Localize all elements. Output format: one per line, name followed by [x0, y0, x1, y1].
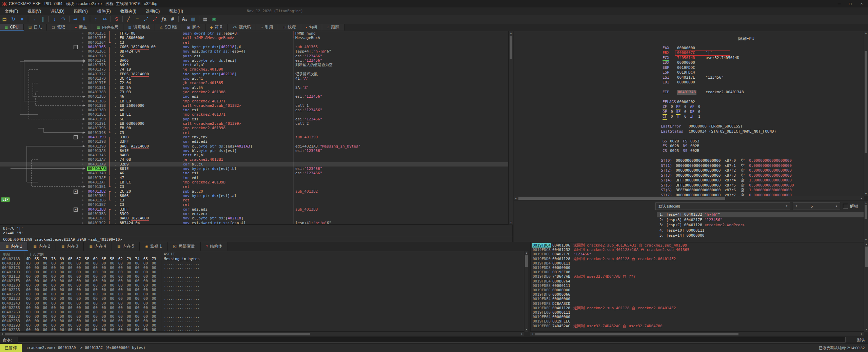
- calculator-icon[interactable]: ▦: [201, 15, 210, 23]
- command-type-selector[interactable]: 默认: [857, 337, 865, 343]
- seh-chain-icon[interactable]: S: [112, 15, 121, 23]
- bottom-tab-监视 1[interactable]: ◉监视 1: [140, 242, 167, 251]
- disassembly-pane[interactable]: ●0040135C│.FF75 08push dword ptr ss:[ebp…: [0, 31, 509, 224]
- spinner-up-icon[interactable]: ▲: [835, 203, 838, 210]
- attach-icon[interactable]: ◉: [210, 15, 218, 23]
- register-row[interactable]: ESI0040217E"123456": [660, 75, 864, 80]
- functions-icon[interactable]: ƒx: [159, 15, 168, 23]
- stack-row[interactable]: 0019FDD000401128返回到 crackme2.sub_401128 …: [531, 257, 864, 261]
- command-input[interactable]: [18, 337, 846, 343]
- stack-row[interactable]: 0019FE0000000111: [531, 310, 864, 315]
- labels-icon[interactable]: #: [168, 15, 177, 23]
- register-row[interactable]: EFLAGS00000202: [660, 100, 864, 104]
- memory-dump-pane[interactable]: 地址 十六进制 ASCII 004021A34D657373696E675F69…: [0, 251, 524, 332]
- register-row[interactable]: LastStatusC0000034 (STATUS_OBJECT_NAME_N…: [660, 129, 864, 134]
- hardware-breakpoints-icon[interactable]: ⋰: [151, 15, 159, 23]
- register-row[interactable]: EBX0000007C'|': [660, 51, 864, 55]
- dump-row[interactable]: 004021C300000000000000000000000000000000…: [0, 266, 524, 270]
- spinner-down-icon[interactable]: ▼: [795, 203, 798, 210]
- stack-row[interactable]: 0019FE0C74D452AC返回到 user32.74D452AC 自 us…: [531, 324, 864, 328]
- register-row[interactable]: EDI00000000: [660, 80, 864, 85]
- registers-hscrollbar[interactable]: ◄►: [514, 196, 864, 200]
- arg-count-spinner[interactable]: ▼ 5 ▲: [793, 202, 840, 210]
- argument-row[interactable]: 5: [esp+14] 00000000: [657, 233, 866, 238]
- execute-till-return-icon[interactable]: ↑: [92, 15, 100, 23]
- stack-row[interactable]: 0019FDF000000066: [531, 292, 864, 297]
- arguments-pane[interactable]: 默认 (stdcall) ▼ ▼ 5 ▲ 解锁 1: [esp+4] 00401…: [514, 201, 868, 242]
- tab-脚本[interactable]: ▣脚本: [182, 24, 205, 31]
- stack-row[interactable]: 0019FDCC0040217E"123456": [531, 252, 864, 256]
- register-row[interactable]: EAX00000000: [660, 46, 864, 51]
- tab-日志[interactable]: ▤日志: [24, 24, 47, 31]
- menu-收藏夹(I)[interactable]: 收藏夹(I): [116, 7, 141, 15]
- maximize-button[interactable]: □: [845, 1, 855, 7]
- argument-row[interactable]: 4: [esp+10] 00000111: [657, 228, 866, 233]
- menu-选项(O)[interactable]: 选项(O): [141, 7, 164, 15]
- stack-pane[interactable]: 0019FDC400401396返回到 crackme2.sub_401365+…: [530, 242, 864, 332]
- preferences-font-icon[interactable]: A₁: [180, 15, 189, 23]
- dump-row[interactable]: 004021F300000000000000000000000000000000…: [0, 279, 524, 283]
- comments-icon[interactable]: ≡: [133, 15, 142, 23]
- stop-icon[interactable]: ■: [18, 15, 26, 23]
- register-row[interactable]: ZF0PF0AF0: [660, 104, 864, 109]
- stack-row[interactable]: 0019FDDC0019FE08: [531, 270, 864, 274]
- stack-row[interactable]: 0019FDF8DCBAABCD: [531, 301, 864, 306]
- dump-row[interactable]: 0040221300000000000000000000000000000000…: [0, 288, 524, 292]
- stack-row[interactable]: 0019FE080019FEEC: [531, 319, 864, 324]
- bottom-tab-内存 2[interactable]: ▦内存 2: [28, 242, 56, 251]
- register-row[interactable]: ST(3)00000000000000000000x87r3空0.0000000…: [660, 173, 864, 178]
- menu-插件(P)[interactable]: 插件(P): [93, 7, 116, 15]
- stack-row[interactable]: 0019FDE800000111: [531, 283, 864, 288]
- register-row[interactable]: EBP0019FDDC: [660, 65, 864, 70]
- step-over-icon[interactable]: ↷: [59, 15, 68, 23]
- stack-scrollbar[interactable]: ▲▼: [864, 242, 868, 332]
- register-row[interactable]: ST(1)00000000000000000000x87r1空0.0000000…: [660, 163, 864, 168]
- argument-row[interactable]: 1: [esp+4] 00401232 "h~!@"": [657, 212, 866, 217]
- dump-row[interactable]: 0040220300000000000000000000000000000000…: [0, 283, 524, 288]
- run-icon[interactable]: →: [29, 15, 38, 23]
- settings-icon[interactable]: ▥: [189, 15, 198, 23]
- arguments-scrollbar[interactable]: ▲▼: [864, 201, 868, 242]
- stack-row[interactable]: 0019FE0400000000: [531, 315, 864, 319]
- stack-row[interactable]: 0019FDE074D647AB返回到 user32.74D647AB 自 ??…: [531, 274, 864, 279]
- disasm-scrollbar[interactable]: ▲▼: [509, 31, 513, 224]
- tab-线程[interactable]: ⇉线程: [278, 24, 301, 31]
- calling-convention-select[interactable]: 默认 (stdcall) ▼: [655, 202, 790, 210]
- stack-row[interactable]: 0019FDF400000000: [531, 297, 864, 301]
- register-row[interactable]: ST(4)3FFF8000000000000000x87r4空1.0000000…: [660, 178, 864, 183]
- register-row[interactable]: ST(5)3FFE8000000000000000x87r5空0.5000000…: [660, 183, 864, 188]
- tab-跟踪[interactable]: ∴跟踪: [322, 24, 344, 31]
- register-row[interactable]: EDX00000000: [660, 60, 864, 65]
- restart-icon[interactable]: ↻: [9, 15, 18, 23]
- stack-hscrollbar[interactable]: ◄►: [530, 332, 864, 336]
- dump-hscrollbar[interactable]: ◄►: [0, 332, 524, 336]
- tab-符号[interactable]: ◆符号: [205, 24, 228, 31]
- run-to-selection-icon[interactable]: ⇒: [71, 15, 80, 23]
- dump-row[interactable]: 004022A300000000000000000000000000000000…: [0, 328, 524, 332]
- tab-调用堆栈[interactable]: ▥调用堆栈: [123, 24, 155, 31]
- stack-row[interactable]: 0019FDD800000000: [531, 266, 864, 270]
- register-row[interactable]: ST(0)00000000000000000000x87r0空0.0000000…: [660, 158, 864, 163]
- registers-scrollbar[interactable]: ▲▼: [864, 31, 868, 196]
- software-breakpoints-icon[interactable]: ⋰: [142, 15, 151, 23]
- minimize-button[interactable]: ─: [834, 1, 844, 7]
- register-row[interactable]: ES002BDS002B: [660, 144, 864, 149]
- dump-row[interactable]: 0040227300000000000000000000000000000000…: [0, 314, 524, 319]
- register-row[interactable]: EIP004013ABcrackme2.004013AB: [660, 90, 864, 95]
- bottom-tab-局部变量[interactable]: [x]局部变量: [167, 242, 201, 251]
- dump-row[interactable]: 004021A34D657373696E675F696E5F6279746573…: [0, 257, 524, 261]
- register-row[interactable]: OF0SF0DF0: [660, 110, 864, 114]
- dump-row[interactable]: 0040228300000000000000000000000000000000…: [0, 319, 524, 323]
- register-row[interactable]: ECX74D5014Duser32.74D5014D: [660, 56, 864, 60]
- tab-句柄[interactable]: ▪句柄: [301, 24, 322, 31]
- run-to-user-code-icon[interactable]: ↦: [100, 15, 109, 23]
- menu-调试(D)[interactable]: 调试(D): [46, 7, 69, 15]
- pause-icon[interactable]: ∥: [38, 15, 47, 23]
- dump-row[interactable]: 004021B300000000000000000000000000000000…: [0, 261, 524, 266]
- tab-内存布局[interactable]: ▦内存布局: [92, 24, 123, 31]
- bottom-tab-内存 1[interactable]: ▦内存 1: [0, 242, 28, 251]
- stack-row[interactable]: 0019FDC800401232返回到 crackme2.sub_401128+…: [531, 248, 864, 252]
- stack-row[interactable]: 0019FDFC00401128返回到 crackme2.sub_401128 …: [531, 306, 864, 310]
- tab-源代码[interactable]: <>源代码: [228, 24, 256, 31]
- registers-pane[interactable]: 隐藏FPU EAX00000000EBX0000007C'|'ECX74D501…: [514, 31, 868, 196]
